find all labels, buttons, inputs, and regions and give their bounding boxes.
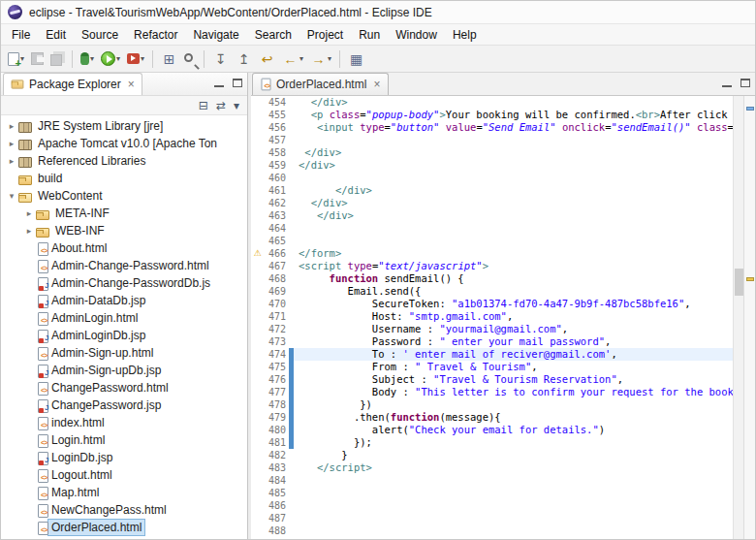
code-line-468[interactable]: 468 function sendEmail() { [251,272,733,285]
code-line-480[interactable]: 480 alert("Check your email for details.… [251,424,733,436]
tree-item-map-html[interactable]: Map.html [1,484,247,501]
tree-item-logindb-jsp[interactable]: LoginDb.jsp [1,449,247,466]
collapse-all-icon[interactable]: ⊟ [199,100,208,111]
code-line-454[interactable]: 454 </div> [251,96,733,109]
code-line-467[interactable]: 467<script type="text/javascript"> [251,260,733,272]
code-line-481[interactable]: 481 }); [251,436,733,449]
view-menu-icon[interactable]: ▾ [234,100,239,111]
minimize-editor-button[interactable] [722,79,732,87]
tree-expanded-arrow-icon[interactable]: ▾ [5,191,18,201]
code-line-460[interactable]: 460 [251,172,733,184]
new-button[interactable]: ▾ [5,48,27,70]
code-line-461[interactable]: 461 </div> [251,184,733,197]
tree-item-jre-system-library-jre[interactable]: ▸JRE System Library [jre] [1,117,247,135]
tree-item-apache-tomcat-v10-0-apache-ton[interactable]: ▸Apache Tomcat v10.0 [Apache Ton [1,135,247,152]
tree-item-about-html[interactable]: About.html [1,239,247,257]
save-button[interactable] [28,48,47,70]
tree-collapsed-arrow-icon[interactable]: ▸ [5,139,18,148]
code-line-457[interactable]: 457 [251,134,733,146]
tree-item-meta-inf[interactable]: ▸META-INF [1,205,247,222]
code-line-475[interactable]: 475 From : " Travel & Tourism", [251,361,733,373]
tree-item-admin-datadb-jsp[interactable]: Admin-DataDb.jsp [1,292,247,309]
tree-item-admin-change-passworddb-js[interactable]: Admin-Change-PasswordDb.js [1,274,247,292]
tree-collapsed-arrow-icon[interactable]: ▸ [22,226,36,236]
tree-collapsed-arrow-icon[interactable]: ▸ [22,208,36,218]
tree-item-orderplaced-html[interactable]: OrderPlaced.html [1,519,247,536]
code-line-477[interactable]: 477 Body : "This letter is to confirm yo… [251,386,733,398]
package-explorer-tab[interactable]: Package Explorer × [3,73,142,95]
forward-button[interactable]: →▾ [307,48,334,70]
close-tab-icon[interactable]: × [373,78,380,91]
tree-item-login-html[interactable]: Login.html [1,431,247,449]
code-line-470[interactable]: 470 SecureToken: "a1b01374-fd70-4a47-9b9… [251,298,733,310]
run-external-tools-button[interactable]: ▾ [124,48,147,70]
tree-collapsed-arrow-icon[interactable]: ▸ [5,156,18,166]
menu-edit[interactable]: Edit [38,24,74,45]
tree-item-partial[interactable] [1,536,247,539]
menu-search[interactable]: Search [247,24,299,45]
tree-item-webcontent[interactable]: ▾WebContent [1,187,247,205]
menu-window[interactable]: Window [388,24,445,45]
tree-item-referenced-libraries[interactable]: ▸Referenced Libraries [1,152,247,170]
code-line-478[interactable]: 478 }) [251,398,733,411]
code-line-484[interactable]: 484 [251,474,733,487]
code-line-456[interactable]: 456 <input type="button" value="Send Ema… [251,121,733,134]
link-with-editor-icon[interactable]: ⇄ [216,100,226,111]
code-line-479[interactable]: 479 .then(function(message){ [251,411,733,424]
tree-item-adminlogin-html[interactable]: AdminLogin.html [1,309,247,327]
back-button[interactable]: ←▾ [279,48,306,70]
tree-item-admin-sign-updb-jsp[interactable]: Admin-Sign-upDb.jsp [1,362,247,379]
code-line-471[interactable]: 471 Host: "smtp.gmail.com", [251,310,733,323]
tree-collapsed-arrow-icon[interactable]: ▸ [5,121,18,131]
menu-file[interactable]: File [4,24,38,45]
tree-item-index-html[interactable]: index.html [1,414,247,431]
maximize-view-button[interactable] [233,79,242,87]
code-line-464[interactable]: 464 [251,222,733,235]
save-all-button[interactable] [47,48,67,70]
code-line-482[interactable]: 482 } [251,449,733,461]
previous-annotation-button[interactable]: ↥ [233,48,255,70]
tree-item-newchangepass-html[interactable]: NewChangePass.html [1,501,247,519]
run-button[interactable]: ▾ [98,48,123,70]
new-web-wizard-button[interactable]: ⊞ [158,48,180,70]
code-line-458[interactable]: 458 </div> [251,146,733,159]
code-line-455[interactable]: 455 <p class="popup-body">Your booking w… [251,109,733,121]
search-button[interactable] [181,48,199,70]
code-line-463[interactable]: 463 </div> [251,209,733,222]
last-edit-location-button[interactable]: ↩ [256,48,278,70]
code-line-485[interactable]: 485 [251,487,733,499]
tree-item-build[interactable]: build [1,170,247,187]
tree-item-admin-change-password-html[interactable]: Admin-Change-Password.html [1,257,247,274]
tree-item-logout-html[interactable]: Logout.html [1,466,247,484]
tree-item-changepassword-html[interactable]: ChangePassword.html [1,379,247,397]
tree-item-admin-sign-up-html[interactable]: Admin-Sign-up.html [1,344,247,362]
open-perspective-button[interactable]: ▦ [345,48,367,70]
code-line-473[interactable]: 473 Password : " enter your mail passwor… [251,335,733,348]
menu-project[interactable]: Project [299,24,351,45]
warning-mark[interactable] [746,277,754,281]
minimize-view-button[interactable] [214,79,224,87]
tree-item-changepassword-jsp[interactable]: ChangePassword.jsp [1,397,247,414]
editor-tab-orderplaced[interactable]: OrderPlaced.html × [252,73,389,95]
tree-item-adminlogindb-jsp[interactable]: AdminLoginDb.jsp [1,327,247,344]
code-line-469[interactable]: 469 Email.send({ [251,285,733,298]
code-line-466[interactable]: ⚠466</form> [251,247,733,260]
code-line-476[interactable]: 476 Subject : "Travel & Tourism Reservat… [251,373,733,386]
editor-vertical-scrollbar[interactable] [733,96,743,539]
code-line-472[interactable]: 472 Username : "yourmail@gmail.com", [251,323,733,335]
next-annotation-button[interactable]: ↧ [209,48,232,70]
menu-source[interactable]: Source [74,24,126,45]
menu-refactor[interactable]: Refactor [126,24,185,45]
code-line-483[interactable]: 483 </script> [251,461,733,474]
scrollbar-thumb[interactable] [735,269,743,295]
menu-navigate[interactable]: Navigate [185,24,246,45]
maximize-editor-button[interactable] [740,79,750,87]
code-line-465[interactable]: 465 [251,235,733,247]
menu-run[interactable]: Run [351,24,388,45]
code-line-486[interactable]: 486 [251,499,733,512]
close-view-icon[interactable]: × [128,78,135,91]
code-line-487[interactable]: 487 [251,512,733,524]
menu-help[interactable]: Help [445,24,485,45]
code-line-488[interactable]: 488 [251,524,733,537]
code-line-462[interactable]: 462 </div> [251,197,733,209]
